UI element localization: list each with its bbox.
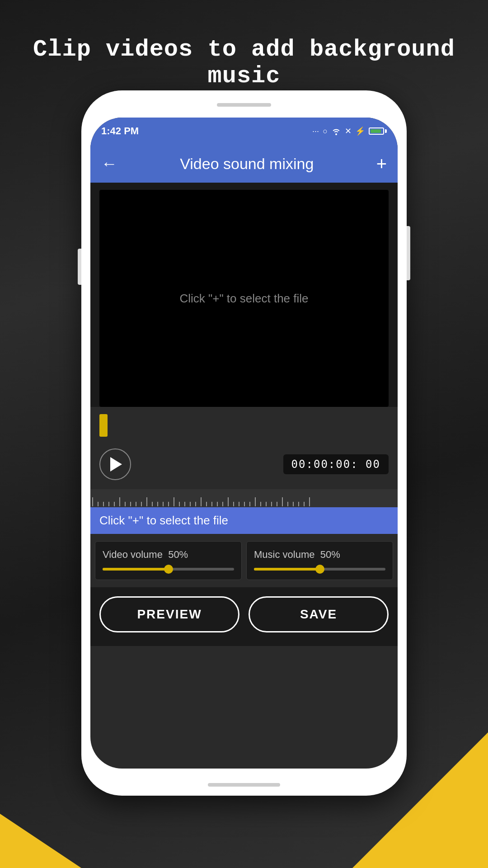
add-button[interactable]: + (376, 155, 387, 173)
app-bar-title: Video sound mixing (127, 155, 367, 173)
phone-btn-left (78, 249, 81, 285)
ruler-tick (157, 502, 158, 506)
music-volume-box: Music volume 50% (246, 541, 393, 580)
ruler-tick (249, 502, 250, 506)
ruler-tick (222, 502, 223, 506)
music-volume-value: 50% (320, 549, 340, 560)
phone-home-indicator (208, 783, 280, 787)
timecode-separator: : (351, 458, 366, 471)
video-placeholder-text: Click "+" to select the file (179, 292, 308, 306)
ruler-tick (211, 502, 212, 506)
audio-track-label[interactable]: Click "+" to select the file (90, 507, 398, 534)
track-ruler (90, 489, 398, 507)
ruler-tick (239, 502, 239, 506)
ruler-tick (287, 502, 288, 506)
status-bar: 1:42 PM ··· ○ ✕ ⚡ (90, 118, 398, 145)
battery-body (369, 127, 384, 135)
video-area: Click "+" to select the file (90, 183, 398, 407)
ruler-tick (163, 502, 164, 506)
ruler-tick (271, 502, 272, 506)
music-volume-label: Music volume 50% (254, 549, 385, 561)
status-dots: ··· (312, 127, 319, 136)
volume-controls: Video volume 50% Music volume 50% (90, 534, 398, 587)
phone-frame: 1:42 PM ··· ○ ✕ ⚡ (81, 90, 407, 796)
ruler-tick (255, 497, 256, 506)
video-volume-value: 50% (168, 549, 188, 560)
ruler-tick (233, 502, 234, 506)
ruler-tick (190, 502, 191, 506)
ruler-tick (298, 502, 299, 506)
ruler-tick (146, 497, 147, 506)
video-volume-label-text: Video volume (103, 549, 163, 560)
ruler-tick (103, 502, 104, 506)
video-volume-slider-thumb[interactable] (164, 565, 173, 574)
ruler-tick (168, 502, 169, 506)
battery-tip (385, 129, 387, 133)
app-bar: ← Video sound mixing + (90, 145, 398, 183)
ruler-tick (119, 497, 120, 506)
ruler-tick (125, 502, 126, 506)
ruler-tick (293, 502, 294, 506)
status-circle-icon: ○ (323, 127, 328, 136)
timecode-display: 00:00:00: 00 (283, 454, 389, 474)
phone-screen: 1:42 PM ··· ○ ✕ ⚡ (90, 118, 398, 769)
status-lightning-icon: ⚡ (355, 126, 365, 136)
video-volume-slider-track[interactable] (103, 568, 234, 571)
music-volume-label-text: Music volume (254, 549, 314, 560)
page-title: Clip videos to add background music (0, 36, 488, 90)
battery-icon (369, 127, 387, 135)
ruler-tick (277, 502, 277, 506)
phone-btn-right (407, 226, 410, 280)
video-player[interactable]: Click "+" to select the file (99, 190, 389, 407)
status-x-icon: ✕ (345, 126, 352, 136)
video-volume-box: Video volume 50% (95, 541, 242, 580)
audio-track-area: Click "+" to select the file (90, 489, 398, 534)
ruler-tick (282, 497, 283, 506)
preview-button[interactable]: PREVIEW (99, 596, 239, 632)
timecode-main: 00:00:00 (291, 458, 351, 471)
timeline-thumb[interactable] (99, 414, 108, 437)
music-volume-slider-fill (254, 568, 320, 571)
status-time: 1:42 PM (101, 125, 139, 137)
phone-speaker (217, 103, 271, 107)
ruler-marks (90, 489, 398, 507)
ruler-tick (228, 497, 229, 506)
ruler-tick (108, 502, 109, 506)
ruler-tick (152, 502, 153, 506)
timeline-area (90, 407, 398, 444)
ruler-tick (217, 502, 218, 506)
ruler-tick (201, 497, 202, 506)
timecode-frames: 00 (366, 458, 380, 471)
music-volume-slider-track[interactable] (254, 568, 385, 571)
ruler-tick (136, 502, 136, 506)
ruler-tick (174, 497, 174, 506)
ruler-tick (130, 502, 131, 506)
wifi-icon (331, 127, 341, 135)
ruler-tick (92, 497, 93, 506)
video-volume-label: Video volume 50% (103, 549, 234, 561)
back-button[interactable]: ← (101, 156, 117, 172)
ruler-tick (266, 502, 267, 506)
ruler-tick (114, 502, 115, 506)
ruler-tick (309, 497, 310, 506)
ruler-tick (206, 502, 207, 506)
play-icon (110, 457, 122, 472)
music-volume-slider-thumb[interactable] (315, 565, 324, 574)
playback-controls: 00:00:00: 00 (90, 444, 398, 489)
ruler-tick (304, 502, 305, 506)
ruler-tick (98, 502, 99, 506)
ruler-tick (260, 502, 261, 506)
ruler-tick (179, 502, 180, 506)
video-volume-slider-fill (103, 568, 169, 571)
ruler-tick (195, 502, 196, 506)
play-button[interactable] (99, 448, 131, 480)
save-button[interactable]: SAVE (249, 596, 389, 632)
battery-fill (371, 129, 381, 133)
bottom-buttons: PREVIEW SAVE (90, 587, 398, 646)
ruler-tick (184, 502, 185, 506)
status-icons: ··· ○ ✕ ⚡ (312, 126, 387, 136)
ruler-tick (244, 502, 245, 506)
ruler-tick (141, 502, 142, 506)
